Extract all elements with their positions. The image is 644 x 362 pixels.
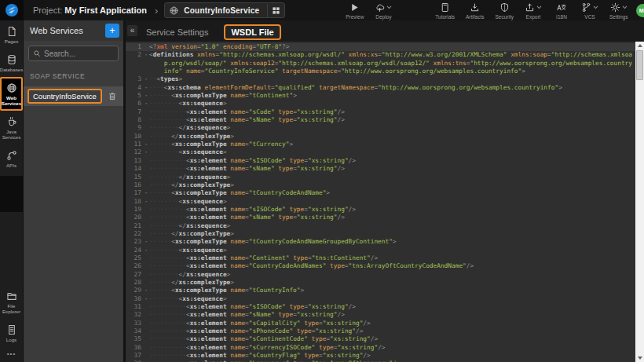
line-number: 29 [126, 287, 143, 294]
scroll-down-arrow[interactable] [635, 354, 644, 362]
scroll-thumb[interactable] [636, 50, 643, 80]
action-label: Artifacts [466, 14, 484, 20]
fold-marker[interactable]: - [143, 92, 149, 100]
editor-area: « Service SettingsWSDL File 1<?xml versi… [126, 20, 644, 362]
fold-marker [143, 124, 149, 132]
web-services-panel: Web Services + SOAP SERVICE CountryInfoS… [24, 20, 126, 362]
code-line: 29-······<xs:complexType name="tCountryI… [126, 287, 635, 294]
grid-icon[interactable] [267, 4, 284, 17]
line-number: 27 [126, 271, 143, 279]
export-button[interactable]: Export [525, 2, 542, 20]
code-line: 2-<definitions xmlns="http://schemas.xml… [126, 51, 635, 75]
tutorials-button[interactable]: Tutorials [435, 2, 455, 20]
fold-marker [143, 222, 149, 230]
search-input[interactable] [44, 49, 107, 58]
sidebar-item-java-services[interactable]: Java Services [0, 111, 23, 144]
service-list-item[interactable]: CountryInfoService [24, 86, 123, 106]
fold-marker[interactable]: - [143, 238, 149, 246]
code-line: 6-········<xs:sequence> [126, 100, 635, 108]
fold-marker [143, 303, 149, 311]
fold-marker[interactable]: - [143, 198, 149, 206]
line-number: 5 [126, 92, 143, 100]
line-number: 15 [126, 174, 143, 181]
sidebar-item-web-services[interactable]: Web Services [0, 77, 23, 111]
sidebar-item-logs[interactable]: Logs [0, 319, 23, 347]
collapse-panel-button[interactable]: « [127, 25, 137, 36]
settings-button[interactable]: Settings [609, 2, 628, 20]
fold-marker [143, 311, 149, 319]
security-button[interactable]: Security [496, 2, 514, 20]
fold-marker [143, 327, 149, 335]
sidebar-item-databases[interactable]: Databases [0, 49, 23, 77]
export-icon [525, 2, 535, 13]
fold-marker[interactable]: - [143, 84, 149, 92]
service-name-box[interactable]: CountryInfoService [27, 89, 102, 104]
fold-marker[interactable]: - [143, 247, 149, 254]
line-number: 7 [126, 108, 143, 116]
action-label: I18N [556, 14, 567, 20]
sidebar-item-label: File Explorer [2, 303, 21, 314]
fold-marker[interactable]: - [143, 295, 149, 303]
tab-service-settings[interactable]: Service Settings [146, 27, 208, 37]
line-number: 8 [126, 116, 143, 124]
tab-wsdl-file[interactable]: WSDL File [224, 24, 280, 40]
fold-marker [143, 181, 149, 189]
avatar[interactable]: MP [636, 4, 644, 17]
artifacts-icon [470, 2, 480, 13]
project-label: Project: [33, 5, 62, 15]
vcs-button[interactable]: VCS [581, 2, 598, 20]
vertical-scrollbar[interactable] [635, 42, 644, 362]
line-number: 16 [126, 181, 143, 189]
sidebar-item-label: Databases [0, 67, 23, 72]
code-line: 12-········<xs:sequence> [126, 148, 635, 156]
fold-marker [143, 262, 149, 270]
chevron-down-icon [536, 5, 542, 9]
line-number: 22 [126, 230, 143, 238]
chevron-down-icon [622, 5, 628, 9]
fold-marker[interactable]: - [143, 148, 149, 156]
project-breadcrumb: Project:My First Application [33, 5, 147, 15]
line-number: 35 [126, 335, 143, 343]
scroll-up-arrow[interactable] [635, 42, 644, 49]
sidebar-item-label: Pages [5, 38, 19, 44]
line-number: 3 [126, 75, 143, 83]
code-content[interactable]: 1<?xml version="1.0" encoding="UTF-8"?>2… [126, 42, 635, 362]
rail-overflow-menu[interactable]: ••• [0, 347, 23, 362]
search-box[interactable] [28, 46, 119, 61]
fold-marker [143, 133, 149, 141]
fold-marker[interactable]: - [143, 287, 149, 294]
fold-marker[interactable]: - [143, 141, 149, 148]
app-logo[interactable] [0, 0, 24, 20]
i18n-button[interactable]: I18N [553, 2, 570, 20]
deploy-button[interactable]: Deploy [375, 2, 392, 20]
sidebar-item-label: Java Services [2, 129, 21, 140]
fold-marker[interactable]: - [143, 51, 149, 75]
apis-icon [6, 150, 17, 161]
line-number: 34 [126, 327, 143, 335]
sidebar-item-file-explorer[interactable]: File Explorer [0, 285, 23, 319]
sidebar-item-label: Logs [6, 337, 16, 342]
code-line: 1<?xml version="1.0" encoding="UTF-8"?> [126, 43, 635, 51]
sidebar-item-label: APIs [6, 163, 16, 168]
add-service-button[interactable]: + [105, 24, 119, 38]
fold-marker[interactable]: - [143, 189, 149, 197]
code-line: 23-······<xs:complexType name="tCountryC… [126, 238, 635, 246]
service-tab-chip[interactable]: CountryInfoService [164, 2, 285, 18]
sidebar-item-apis[interactable]: APIs [0, 144, 23, 173]
artifacts-button[interactable]: Artifacts [466, 2, 484, 20]
sidebar-item-pages[interactable]: Pages [0, 20, 23, 49]
fold-marker[interactable]: - [143, 100, 149, 108]
fold-marker [143, 214, 149, 221]
code-line: 8··········<xs:element name="sName" type… [126, 116, 635, 124]
logs-icon [6, 324, 17, 335]
code-editor[interactable]: 1<?xml version="1.0" encoding="UTF-8"?>2… [126, 42, 644, 362]
trash-icon[interactable] [108, 91, 117, 101]
fold-marker[interactable]: - [143, 75, 149, 83]
web-services-icon [6, 82, 17, 93]
action-label: VCS [584, 14, 595, 20]
chevron-down-icon [593, 5, 598, 9]
line-number: 21 [126, 222, 143, 230]
tutorials-icon [440, 2, 450, 13]
left-rail: PagesDatabasesWeb ServicesJava ServicesA… [0, 20, 24, 362]
preview-button[interactable]: Preview [346, 2, 364, 20]
